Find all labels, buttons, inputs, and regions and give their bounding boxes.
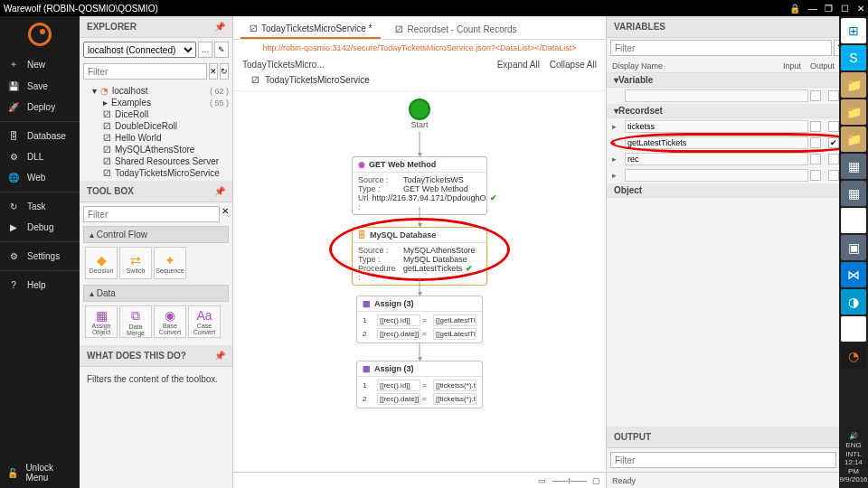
system-tray-clock[interactable]: 🔊 ENG INTL 12:14 PM 9/9/2016 — [839, 432, 868, 488]
group-object[interactable]: Object — [607, 183, 868, 198]
breadcrumb[interactable]: TodayTicketsMicro... — [242, 60, 325, 70]
taskbar-folder-icon[interactable]: 📁 — [841, 72, 866, 98]
pin-icon[interactable]: 📌 — [214, 186, 225, 196]
expand-all[interactable]: Expand All — [497, 60, 540, 70]
unlock-icon: 🔓 — [7, 468, 18, 478]
tree-root[interactable]: ▾◔localhost( 62 ) — [83, 85, 229, 97]
fit-icon[interactable]: ▢ — [592, 476, 600, 485]
rs-name[interactable] — [625, 153, 808, 165]
taskbar-folder-icon[interactable]: 📁 — [841, 127, 866, 152]
group-control-flow[interactable]: ▴ Control Flow — [83, 226, 229, 243]
nav-debug[interactable]: ▶Debug — [0, 217, 80, 238]
taskbar-windows-icon[interactable]: ⊞ — [841, 18, 866, 43]
output-checkbox[interactable]: ✔ — [828, 137, 839, 148]
conn-edit[interactable]: ✎ — [214, 42, 229, 58]
tree-mysqlathensstore[interactable]: ⚂MySQLAthensStore — [83, 144, 229, 155]
output-checkbox[interactable] — [828, 121, 839, 132]
nav-unlock[interactable]: 🔓Unlock Menu — [0, 457, 80, 488]
close-icon[interactable]: ✕ — [857, 4, 864, 14]
output-checkbox[interactable] — [828, 154, 839, 164]
web-icon: 🌐 — [7, 173, 20, 183]
rs-name[interactable] — [625, 120, 808, 133]
filter-refresh[interactable]: ↻ — [220, 63, 229, 80]
input-checkbox[interactable] — [810, 154, 821, 164]
nav-task[interactable]: ↻Task — [0, 196, 80, 217]
maximize-icon[interactable]: ☐ — [841, 4, 849, 14]
var-name-input[interactable] — [625, 89, 808, 102]
input-checkbox[interactable] — [810, 137, 821, 148]
rs-name[interactable] — [625, 169, 808, 182]
expand-icon[interactable]: ▸ — [612, 138, 623, 147]
taskbar-app-icon[interactable]: ⋯ — [841, 316, 866, 342]
output-checkbox[interactable] — [828, 90, 839, 101]
tool-sequence[interactable]: ✦Sequence — [154, 247, 186, 279]
toolbox-filter[interactable] — [83, 206, 220, 222]
zoom-slider[interactable]: ——I—— — [552, 476, 587, 485]
taskbar-app-icon[interactable]: ▦ — [841, 154, 866, 179]
collapse-all[interactable]: Collapse All — [550, 60, 597, 70]
tree-examples[interactable]: ▸Examples( 55 ) — [83, 97, 229, 108]
input-checkbox[interactable] — [810, 90, 821, 101]
nav-database[interactable]: 🗄Database — [0, 126, 80, 146]
filter-clear[interactable]: ✕ — [222, 206, 229, 222]
taskbar-app-icon[interactable]: ▣ — [841, 235, 866, 260]
minimize-icon[interactable]: — — [808, 4, 817, 14]
nav-deploy[interactable]: 🚀Deploy — [0, 97, 80, 117]
taskbar-chrome-icon[interactable]: ◉ — [841, 208, 866, 233]
input-checkbox[interactable] — [810, 170, 821, 181]
output-checkbox[interactable] — [828, 170, 839, 181]
rs-name[interactable] — [625, 136, 808, 149]
tool-base-convert[interactable]: ◉Base Convert — [154, 305, 186, 338]
nav-save[interactable]: 💾Save — [0, 76, 80, 97]
tool-assign-object[interactable]: ▦Assign Object — [85, 305, 118, 338]
output-filter[interactable] — [610, 452, 836, 468]
nav-dll[interactable]: ⚙DLL — [0, 146, 80, 167]
tree-diceroll[interactable]: ⚂DiceRoll — [83, 108, 229, 120]
lock-icon[interactable]: 🔒 — [789, 4, 800, 14]
taskbar-warewolf-icon[interactable]: ◔ — [841, 343, 866, 369]
input-checkbox[interactable] — [810, 121, 821, 132]
group-recordset[interactable]: ▾ Recordset — [607, 104, 868, 118]
tree-doublediceroll[interactable]: ⚂DoubleDiceRoll — [83, 120, 229, 132]
tab-todaytickets[interactable]: ⚂TodayTicketsMicroService * — [241, 20, 381, 39]
pin-icon[interactable]: 📌 — [214, 351, 225, 361]
group-data[interactable]: ▴ Data — [83, 285, 229, 302]
restore-icon[interactable]: ❐ — [825, 4, 833, 14]
variables-header: VARIABLES 📌 — [607, 16, 868, 38]
explorer-filter[interactable] — [83, 63, 207, 80]
tool-switch[interactable]: ⇄Switch — [119, 247, 152, 279]
node-assign-1[interactable]: ▦Assign (3) 1[[rec().id]]=[[getLatestTic… — [356, 296, 483, 343]
taskbar-folder-icon[interactable]: 📁 — [841, 99, 866, 125]
nav-web[interactable]: 🌐Web — [0, 167, 80, 188]
group-variable[interactable]: ▾ Variable — [607, 73, 868, 88]
nav-settings[interactable]: ⚙Settings — [0, 246, 80, 267]
tree-helloworld[interactable]: ⚂Hello World — [83, 132, 229, 144]
nav-new[interactable]: ＋New — [0, 52, 80, 76]
tab-recordset[interactable]: ⚂Recordset - Count Records — [386, 20, 525, 39]
filter-clear[interactable]: ✕ — [209, 63, 218, 80]
expand-icon[interactable]: ▸ — [612, 171, 623, 180]
taskbar-vs-icon[interactable]: ⋈ — [841, 262, 866, 287]
variables-filter[interactable] — [610, 40, 832, 56]
conn-ellipsis[interactable]: … — [198, 42, 212, 58]
nav-help[interactable]: ?Help — [0, 275, 80, 296]
tool-case-convert[interactable]: AaCase Convert — [188, 305, 221, 338]
expand-icon[interactable]: ▸ — [612, 122, 623, 131]
service-url[interactable]: http://robin-qosmio:3142/secure/TodayTic… — [233, 40, 606, 56]
pin-icon[interactable]: 📌 — [214, 22, 225, 32]
tool-data-merge[interactable]: ⧉Data Merge — [119, 305, 152, 338]
taskbar-app-icon[interactable]: ◑ — [841, 289, 866, 314]
tool-decision[interactable]: ◆Decision — [85, 247, 118, 279]
expand-icon[interactable]: ▸ — [612, 155, 623, 164]
taskbar-app-icon[interactable]: ▦ — [841, 181, 866, 206]
title-bar: Warewolf (ROBIN-QOSMIO\QOSMIO) 🔒 — ❐ ☐ ✕ — [0, 0, 868, 16]
zoom-indicator[interactable]: ▭ — [538, 476, 546, 485]
taskbar-skype-icon[interactable]: S — [841, 45, 866, 70]
tree-sharedresources[interactable]: ⚂Shared Resources Server — [83, 155, 229, 167]
start-node[interactable]: Start — [409, 99, 430, 129]
tree-todaytickets[interactable]: ⚂TodayTicketsMicroService — [83, 167, 229, 179]
workflow-canvas[interactable]: Start ▾ ◉GET Web Method Source :TodayTic… — [233, 91, 606, 472]
node-assign-2[interactable]: ▦Assign (3) 1[[rec().id]]=[[ticketss(*).… — [356, 361, 483, 408]
help-icon: ? — [7, 280, 20, 290]
connection-select[interactable]: localhost (Connected) — [83, 42, 196, 58]
